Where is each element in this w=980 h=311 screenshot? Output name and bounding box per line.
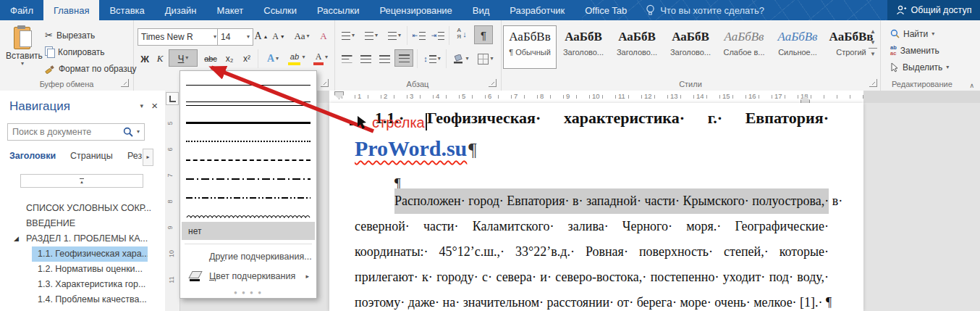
more-underlines-menu-item[interactable]: Другие подчеркивания...: [182, 247, 315, 265]
nav-heading-introduction[interactable]: ВВЕДЕНИЕ: [0, 216, 191, 231]
nav-pane-close-icon[interactable]: ×: [151, 99, 158, 112]
style-heading1[interactable]: АаБбВ Заголово...: [557, 26, 609, 68]
tab-file[interactable]: Файл: [0, 0, 43, 20]
font-name-combo[interactable]: Times New R ▾: [138, 28, 220, 46]
replace-button[interactable]: abac Заменить: [890, 43, 939, 58]
paste-button[interactable]: Вставить ▾: [6, 26, 39, 67]
collapse-ribbon-button[interactable]: ∧: [969, 82, 974, 89]
bold-button[interactable]: Ж: [138, 51, 152, 67]
tab-layout[interactable]: Макет: [206, 0, 253, 20]
tab-mailings[interactable]: Рассылки: [307, 0, 369, 20]
line-spacing-caret-icon: ▾: [438, 56, 441, 62]
underline-option-none[interactable]: нет: [182, 222, 315, 240]
italic-button[interactable]: К: [153, 51, 166, 67]
underline-color-menu-item[interactable]: Цвет подчеркивания ▸: [182, 267, 315, 285]
body-line[interactable]: координаты:· 45°12’с.ш.,· 33°22’в.д.· Ро…: [355, 239, 829, 265]
styles-scroll-down[interactable]: ▼: [869, 37, 877, 48]
styles-gallery-more[interactable]: ▼: [869, 48, 877, 59]
align-left-button[interactable]: [339, 51, 355, 67]
underline-option-thick[interactable]: [182, 113, 315, 132]
change-case-button[interactable]: Аа▾: [291, 28, 313, 44]
underline-option-dash-dot[interactable]: [182, 170, 315, 188]
sort-button[interactable]: А Я ↓: [452, 26, 471, 42]
align-center-button[interactable]: [358, 51, 373, 67]
select-button[interactable]: Выделить ▾: [890, 59, 949, 75]
tab-home[interactable]: Главная: [43, 0, 99, 20]
find-button[interactable]: Найти ▾: [890, 26, 934, 41]
nav-tab-results[interactable]: Рез: [127, 151, 142, 161]
text-effects-button[interactable]: А ▾: [262, 51, 284, 67]
styles-scroll-up[interactable]: ▲: [869, 26, 877, 37]
strikethrough-button[interactable]: abc: [201, 51, 220, 67]
tab-design[interactable]: Дизайн: [155, 0, 207, 20]
increase-indent-button[interactable]: ⇥: [430, 28, 446, 43]
cut-button[interactable]: ✂ Вырезать: [45, 28, 95, 43]
style-subtle-emphasis[interactable]: АаБбВв Слабое в...: [718, 26, 770, 68]
shrink-font-button[interactable]: А▼: [271, 28, 287, 44]
nav-tab-headings[interactable]: Заголовки: [9, 151, 56, 161]
paragraph-dialog-launcher[interactable]: [489, 79, 497, 87]
styles-dialog-launcher[interactable]: [869, 79, 877, 87]
borders-button[interactable]: ▾: [475, 51, 497, 67]
underline-button[interactable]: Ч ▾: [169, 50, 197, 66]
align-right-button[interactable]: [376, 51, 392, 67]
share-button[interactable]: Общий доступ: [887, 0, 980, 20]
justify-button[interactable]: [395, 50, 413, 66]
clipboard-dialog-launcher[interactable]: [121, 79, 129, 87]
tab-office-tab[interactable]: Office Tab: [575, 0, 637, 20]
tab-references[interactable]: Ссылки: [253, 0, 307, 20]
numbering-button[interactable]: ▾: [362, 28, 381, 43]
show-marks-button[interactable]: ¶: [475, 26, 492, 43]
clear-formatting-button[interactable]: А: [316, 28, 331, 44]
highlight-button[interactable]: ab ▾: [285, 49, 308, 65]
body-line[interactable]: северной· части· Каламитского· залива· Ч…: [355, 214, 829, 239]
nav-tabs-overflow-button[interactable]: ▸: [143, 149, 153, 166]
nav-search-input[interactable]: Поиск в документе ▾: [7, 123, 145, 141]
nav-heading-1-1-selected[interactable]: 1.1. Геофизическая хара...: [32, 246, 148, 262]
tab-stop-selector[interactable]: [166, 92, 179, 105]
paint-bucket-icon: [453, 54, 464, 64]
line-spacing-button[interactable]: ↕▾: [421, 51, 443, 67]
style-heading2[interactable]: АаБбВ Заголово...: [611, 26, 663, 68]
style-normal[interactable]: АаБбВв ¶ Обычный: [504, 26, 556, 68]
nav-pane-menu-caret-icon[interactable]: ▾: [140, 102, 143, 109]
subscript-button[interactable]: x₂: [221, 51, 237, 67]
body-line[interactable]: поэтому· даже· на· значительном· расстоя…: [355, 290, 829, 311]
document-page[interactable]: 1.1.· Геофизическая· характеристика· г.·…: [329, 103, 863, 311]
grow-font-button[interactable]: А▲: [253, 28, 269, 44]
underline-option-single[interactable]: [182, 75, 315, 94]
tell-me-box[interactable]: Что вы хотите сделать?: [637, 0, 773, 20]
nav-heading-abbreviations[interactable]: СПИСОК УСЛОВНЫХ СОКР...: [0, 201, 191, 216]
style-heading3[interactable]: АаБбВ Заголово...: [664, 26, 717, 68]
underline-option-dashed[interactable]: [182, 151, 315, 170]
underline-option-double[interactable]: [182, 94, 315, 113]
body-line-selected[interactable]: Расположен· город· Евпатория· в· западно…: [394, 188, 829, 214]
font-dialog-launcher[interactable]: [321, 79, 329, 87]
format-painter-button[interactable]: Формат по образцу: [45, 61, 137, 76]
tab-insert[interactable]: Вставка: [99, 0, 154, 20]
body-line[interactable]: прилегают· к· городу· с· севера· и· севе…: [355, 265, 829, 290]
underline-option-dash-dot-dot[interactable]: [182, 188, 315, 207]
style-strong-emphasis[interactable]: АаБбВв Сильное...: [772, 26, 824, 68]
decrease-indent-button[interactable]: ⇤: [411, 28, 427, 43]
proword-link-text[interactable]: ProWord.su: [355, 136, 467, 160]
tab-review[interactable]: Рецензирование: [369, 0, 462, 20]
copy-button[interactable]: Копировать: [45, 44, 105, 59]
tab-view[interactable]: Вид: [462, 0, 500, 20]
bullets-button[interactable]: ▾: [339, 28, 358, 43]
tab-developer[interactable]: Разработчик: [499, 0, 575, 20]
underline-option-dotted[interactable]: [182, 132, 315, 151]
nav-jump-top-button[interactable]: ▲: [20, 174, 143, 188]
proword-line[interactable]: ProWord.su¶: [355, 136, 477, 161]
superscript-button[interactable]: x²: [239, 51, 255, 67]
font-size-combo[interactable]: 14 ▾: [217, 28, 253, 46]
multilevel-list-button[interactable]: ▾: [385, 28, 404, 43]
shading-button[interactable]: ▾: [450, 51, 472, 67]
nav-tab-pages[interactable]: Страницы: [70, 151, 113, 161]
search-icon: [123, 127, 133, 137]
nav-heading-conclusions[interactable]: Выводы раздела 1: [0, 307, 191, 311]
menu-resize-grip[interactable]: ● ● ● ●: [180, 289, 316, 296]
grow-font-label: А: [254, 30, 261, 42]
font-color-button[interactable]: А ▾: [310, 49, 331, 65]
jump-top-icon: ▲: [80, 178, 84, 184]
